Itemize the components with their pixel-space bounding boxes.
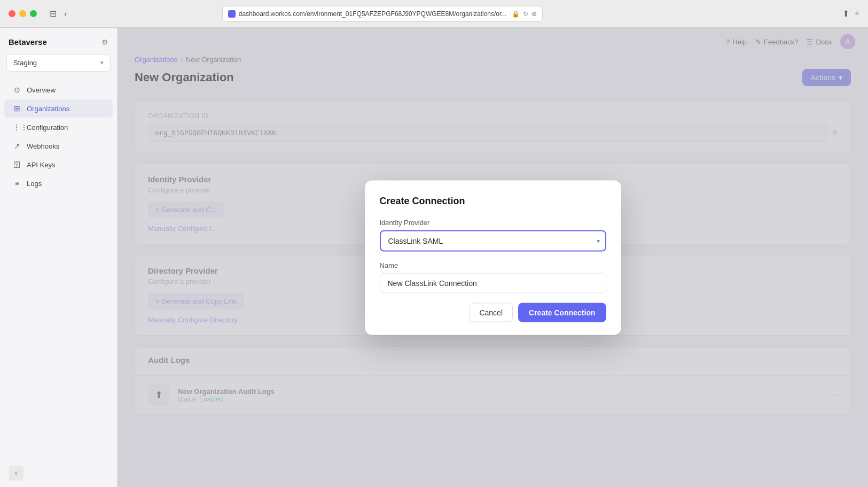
address-bar-icons: 🔒 ↻ ⊕ <box>512 10 537 18</box>
address-bar[interactable]: dashboard.workos.com/environment_01FQ5AF… <box>222 6 543 22</box>
sidebar-item-organizations[interactable]: ⊞ Organizations <box>4 99 113 118</box>
sidebar-item-logs[interactable]: ≡ Logs <box>4 174 113 192</box>
sidebar-item-api-keys[interactable]: ⚿ API Keys <box>4 156 113 174</box>
environment-label: Staging <box>13 59 37 67</box>
lock-icon: 🔒 <box>512 10 520 18</box>
browser-actions: ⬆ + <box>842 9 859 19</box>
create-connection-modal: Create Connection Identity Provider Clas… <box>365 180 621 335</box>
fullscreen-button[interactable] <box>30 10 37 17</box>
identity-provider-select[interactable]: ClassLink SAML Okta SAML Azure AD SAML G… <box>380 230 606 251</box>
sidebar: Betaverse ⚙ Staging ▾ ⊙ Overview ⊞ Organ… <box>0 28 118 487</box>
back-icon[interactable]: ‹ <box>62 7 69 21</box>
sidebar-item-configuration[interactable]: ⋮⋮ Configuration <box>4 118 113 136</box>
name-input[interactable] <box>380 273 606 293</box>
logs-icon: ≡ <box>13 179 21 188</box>
cancel-button[interactable]: Cancel <box>469 303 513 322</box>
main-content: ? Help ✎ Feedback? ☰ Docs A Organization… <box>118 28 868 487</box>
sidebar-collapse-button[interactable]: ‹ <box>9 466 24 481</box>
sidebar-nav: ⊙ Overview ⊞ Organizations ⋮⋮ Configurat… <box>0 78 117 459</box>
sidebar-item-label: API Keys <box>27 161 55 169</box>
sidebar-item-label: Logs <box>27 180 42 188</box>
sidebar-brand: Betaverse ⚙ <box>0 28 117 54</box>
traffic-lights <box>9 10 37 17</box>
webhooks-icon: ↗ <box>13 142 21 150</box>
new-tab-icon[interactable]: + <box>855 9 859 19</box>
identity-provider-label: Identity Provider <box>380 218 606 226</box>
browser-navigation: ⊟ ‹ <box>48 6 69 21</box>
close-button[interactable] <box>9 10 15 17</box>
sidebar-bottom: ‹ <box>0 459 117 487</box>
name-field: Name <box>380 261 606 293</box>
sidebar-item-label: Organizations <box>27 105 69 113</box>
modal-actions: Cancel Create Connection <box>380 303 606 322</box>
minimize-button[interactable] <box>19 10 26 17</box>
modal-title: Create Connection <box>380 195 606 206</box>
browser-chrome: ⊟ ‹ dashboard.workos.com/environment_01F… <box>0 0 868 28</box>
url-text: dashboard.workos.com/environment_01FQ5AF… <box>239 10 509 18</box>
sidebar-item-label: Overview <box>27 86 56 94</box>
sidebar-item-label: Webhooks <box>27 142 59 150</box>
identity-provider-select-wrapper: ClassLink SAML Okta SAML Azure AD SAML G… <box>380 230 606 251</box>
brand-name: Betaverse <box>9 37 47 47</box>
organizations-icon: ⊞ <box>13 104 21 113</box>
create-connection-button[interactable]: Create Connection <box>518 303 606 322</box>
modal-wrapper: Create Connection Identity Provider Clas… <box>365 180 621 335</box>
app-wrapper: Betaverse ⚙ Staging ▾ ⊙ Overview ⊞ Organ… <box>0 28 868 487</box>
extensions-icon[interactable]: ⊕ <box>531 10 537 18</box>
sidebar-item-webhooks[interactable]: ↗ Webhooks <box>4 137 113 155</box>
configuration-icon: ⋮⋮ <box>13 123 21 132</box>
identity-provider-field: Identity Provider ClassLink SAML Okta SA… <box>380 218 606 251</box>
chevron-down-icon: ▾ <box>100 59 104 66</box>
reload-icon[interactable]: ↻ <box>523 10 528 18</box>
api-keys-icon: ⚿ <box>13 160 21 169</box>
sidebar-item-overview[interactable]: ⊙ Overview <box>4 81 113 99</box>
overview-icon: ⊙ <box>13 86 21 94</box>
share-icon[interactable]: ⬆ <box>842 9 849 19</box>
sidebar-item-label: Configuration <box>27 123 68 132</box>
sidebar-toggle-icon[interactable]: ⊟ <box>48 6 59 21</box>
name-label: Name <box>380 261 606 269</box>
environment-selector[interactable]: Staging ▾ <box>6 54 111 72</box>
site-icon <box>228 10 236 18</box>
settings-icon[interactable]: ⚙ <box>101 38 108 47</box>
